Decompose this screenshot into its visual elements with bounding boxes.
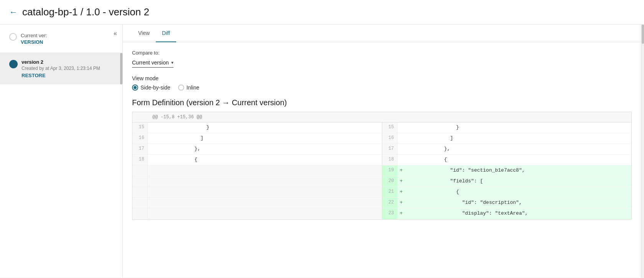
right-line-num-15: 15 [382,122,398,133]
left-indicator-18 [148,155,155,165]
diff-left-16: 16 ] [132,133,382,144]
right-line-num-16: 16 [382,133,398,144]
current-version-link[interactable]: VERSION [21,39,47,45]
radio-inline[interactable]: Inline [178,84,199,91]
right-indicator-16 [398,133,405,144]
right-indicator-18 [398,155,405,165]
diff-right-18: 18 { [382,155,632,165]
right-line-num-20: 20 [382,176,398,187]
diff-left-empty-21 [132,187,382,197]
right-code-17: }, [405,144,632,154]
diff-right-21: 21 + { [382,187,632,197]
right-line-num-21: 21 [382,187,398,197]
radio-group: Side-by-side Inline [132,84,632,91]
tabs: View Diff [123,25,641,42]
table-row: 15 } 15 } [132,122,631,133]
sidebar-current-version-item: Current ver: VERSION [0,25,122,53]
left-line-num-empty-19 [132,165,148,176]
right-indicator-15 [398,122,405,133]
compare-label: Compare to: [132,50,632,56]
tab-view[interactable]: View [132,25,156,42]
table-row: 23 + "display": "textArea", [132,208,631,219]
diff-content: Compare to: Current version ▾ View mode … [123,42,641,278]
radio-btn-side-by-side [132,84,138,91]
left-code-17: }, [155,144,382,154]
sidebar: « Current ver: VERSION version 2 Created… [0,25,123,278]
right-scrollbar[interactable] [641,25,644,278]
right-line-num-23: 23 [382,208,398,219]
right-line-num-18: 18 [382,155,398,165]
right-code-16: ] [405,133,632,144]
left-indicator-empty-23 [148,208,155,219]
left-code-empty-20 [155,176,382,187]
diff-hunk-header: @@ -15,8 +15,36 @@ [132,112,631,122]
right-indicator-17 [398,144,405,154]
restore-link[interactable]: RESTORE [21,73,100,78]
right-indicator-22: + [398,198,405,208]
right-line-num-19: 19 [382,165,398,176]
table-row: 21 + { [132,187,631,198]
left-indicator-16 [148,133,155,144]
left-line-num-17: 17 [132,144,148,154]
diff-right-23: 23 + "display": "textArea", [382,208,632,219]
diff-left-empty-22 [132,198,382,208]
sidebar-collapse-button[interactable]: « [112,28,119,38]
diff-left-empty-23 [132,208,382,219]
diff-right-20: 20 + "fields": [ [382,176,632,187]
right-code-18: { [405,155,632,165]
left-line-num-empty-21 [132,187,148,197]
right-code-23: "display": "textArea", [405,208,632,219]
right-indicator-20: + [398,176,405,187]
diff-left-18: 18 { [132,155,382,165]
diff-section-title: Form Definition (version 2 → Current ver… [132,98,632,107]
left-indicator-15 [148,122,155,133]
view-mode-section: View mode Side-by-side Inline [132,75,632,91]
table-row: 16 ] 16 ] [132,133,631,144]
left-line-num-15: 15 [132,122,148,133]
compare-section: Compare to: Current version ▾ [132,50,632,68]
back-button[interactable]: ← [9,7,18,17]
version-meta: Created by at Apr 3, 2023, 1:23:14 PM [21,66,100,71]
sidebar-version-item: version 2 Created by at Apr 3, 2023, 1:2… [0,53,122,84]
left-code-15: } [155,122,382,133]
left-code-empty-21 [155,187,382,197]
right-code-20: "fields": [ [405,176,632,187]
left-line-num-empty-22 [132,198,148,208]
diff-left-15: 15 } [132,122,382,133]
table-row: 20 + "fields": [ [132,176,631,187]
right-code-15: } [405,122,632,133]
left-code-18: { [155,155,382,165]
left-indicator-empty-20 [148,176,155,187]
right-indicator-21: + [398,187,405,197]
current-version-label: Current ver: [21,33,47,38]
left-code-empty-19 [155,165,382,176]
right-indicator-23: + [398,208,405,219]
right-code-19: "id": "section_b1e7acc8", [405,165,632,176]
right-line-num-17: 17 [382,144,398,154]
left-indicator-empty-19 [148,165,155,176]
left-line-num-empty-20 [132,176,148,187]
radio-side-by-side[interactable]: Side-by-side [132,84,170,91]
left-code-empty-22 [155,198,382,208]
table-row: 19 + "id": "section_b1e7acc8", [132,165,631,176]
page-title: catalog-bp-1 / 1.0 - version 2 [22,6,149,18]
version-name: version 2 [21,59,100,65]
diff-left-17: 17 }, [132,144,382,154]
left-code-16: ] [155,133,382,144]
current-version-dot [9,33,17,41]
diff-right-17: 17 }, [382,144,632,154]
left-line-num-empty-23 [132,208,148,219]
radio-btn-inline [178,84,184,91]
chevron-down-icon: ▾ [171,60,173,65]
right-code-21: { [405,187,632,197]
right-code-22: "id": "description", [405,198,632,208]
left-indicator-17 [148,144,155,154]
page-header: ← catalog-bp-1 / 1.0 - version 2 [0,0,644,25]
diff-right-22: 22 + "id": "description", [382,198,632,208]
compare-dropdown[interactable]: Current version ▾ [132,58,173,68]
sidebar-scrollbar [120,53,122,84]
table-row: 18 { 18 { [132,155,631,165]
left-line-num-16: 16 [132,133,148,144]
tab-diff[interactable]: Diff [156,25,176,42]
left-code-empty-23 [155,208,382,219]
